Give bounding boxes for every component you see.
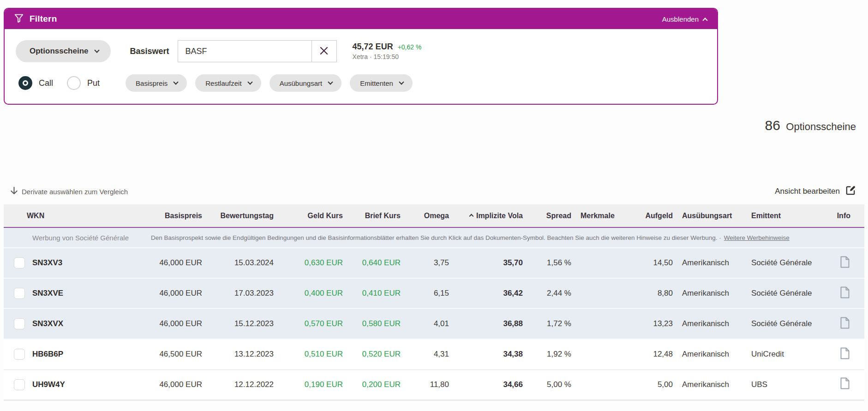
chevron-down-icon (94, 48, 99, 53)
col-header-brief-kurs[interactable]: Brief Kurs (343, 204, 401, 227)
quote-venue-time: Xetra · 15:19:50 (353, 53, 422, 61)
filter-pill-basispreis[interactable]: Basispreis (126, 74, 187, 92)
chevron-down-icon (174, 79, 179, 84)
cell-ausuebungsart: Amerikanisch (673, 339, 742, 369)
derivatives-table: WKN Basispreis Bewertungstag Geld Kurs B… (4, 204, 864, 401)
cell-geld-kurs: 0,630 EUR (274, 248, 343, 278)
col-header-geld-kurs[interactable]: Geld Kurs (274, 204, 343, 227)
cell-merkmale (571, 309, 627, 339)
cell-bewertungstag: 17.03.2023 (202, 278, 274, 309)
cell-bewertungstag: 12.12.2022 (202, 369, 274, 400)
compare-derivatives-label: Derivate auswählen zum Vergleich (22, 188, 128, 196)
cell-wkn[interactable]: UH9W4Y (27, 369, 119, 400)
radio-call-label: Call (39, 78, 53, 88)
ad-banner-row: Werbung von Société Générale Den Basispr… (4, 227, 864, 248)
filter-panel-title: Filtern (30, 14, 57, 24)
row-checkbox[interactable] (14, 288, 25, 299)
col-header-basispreis[interactable]: Basispreis (119, 204, 202, 227)
cell-bewertungstag: 13.12.2023 (202, 339, 274, 369)
col-header-spread[interactable]: Spread (523, 204, 571, 227)
col-header-bewertungstag[interactable]: Bewertungstag (202, 204, 274, 227)
cell-ausuebungsart: Amerikanisch (673, 369, 742, 400)
col-header-implizite-vola-label: Implizite Vola (476, 212, 523, 220)
col-header-implizite-vola[interactable]: Implizite Vola (449, 204, 523, 227)
hide-filters-button[interactable]: Ausblenden (662, 15, 707, 23)
edit-view-label: Ansicht bearbeiten (775, 187, 840, 196)
filter-pill-ausuebungsart[interactable]: Ausübungsart (269, 74, 342, 92)
cell-omega: 4,01 (401, 309, 449, 339)
cell-brief-kurs: 0,580 EUR (343, 309, 401, 339)
cell-ausuebungsart: Amerikanisch (673, 278, 742, 309)
document-icon[interactable] (840, 347, 850, 361)
row-checkbox[interactable] (14, 349, 25, 360)
cell-aufgeld: 8,80 (627, 278, 673, 309)
table-toolbar: Derivate auswählen zum Vergleich Ansicht… (0, 185, 868, 198)
basiswert-input[interactable] (178, 41, 311, 62)
radio-put-control[interactable] (67, 76, 81, 90)
col-header-merkmale[interactable]: Merkmale (571, 204, 627, 227)
cell-omega: 6,15 (401, 278, 449, 309)
ad-more-info-link[interactable]: Weitere Werbehinweise (724, 234, 790, 241)
col-header-ausuebungsart[interactable]: Ausübungsart (673, 204, 742, 227)
row-checkbox[interactable] (14, 379, 25, 390)
filter-pill-restlaufzeit[interactable]: Restlaufzeit (195, 74, 261, 92)
col-header-omega[interactable]: Omega (401, 204, 449, 227)
col-header-wkn[interactable]: WKN (27, 204, 119, 227)
filter-pill-emittenten[interactable]: Emittenten (350, 74, 413, 92)
cell-implizite-vola: 35,70 (449, 248, 523, 278)
row-checkbox[interactable] (14, 257, 25, 268)
cell-ausuebungsart: Amerikanisch (673, 248, 742, 278)
radio-option-call[interactable]: Call (18, 76, 53, 90)
chevron-down-icon (247, 79, 252, 84)
arrow-down-icon (10, 186, 18, 197)
cell-wkn[interactable]: SN3XVE (27, 278, 119, 309)
table-row: SN3XVX 46,000 EUR 15.12.2023 0,570 EUR 0… (4, 309, 864, 339)
radio-option-put[interactable]: Put (67, 76, 100, 90)
cell-ausuebungsart: Amerikanisch (673, 309, 742, 339)
radio-call-control[interactable] (18, 76, 32, 90)
instrument-type-dropdown[interactable]: Optionsscheine (16, 40, 111, 62)
table-header-row: WKN Basispreis Bewertungstag Geld Kurs B… (4, 204, 864, 227)
cell-emittent: Société Générale (742, 248, 827, 278)
pill-label: Ausübungsart (280, 79, 323, 87)
chevron-down-icon (399, 79, 404, 84)
table-row: SN3XVE 46,000 EUR 17.03.2023 0,400 EUR 0… (4, 278, 864, 309)
document-icon[interactable] (840, 377, 850, 391)
funnel-icon (14, 13, 24, 25)
cell-wkn[interactable]: HB6B6P (27, 339, 119, 369)
basiswert-label: Basiswert (130, 47, 169, 56)
cell-spread: 1,72 % (523, 309, 571, 339)
cell-omega: 3,75 (401, 248, 449, 278)
cell-aufgeld: 14,50 (627, 248, 673, 278)
cell-omega: 11,80 (401, 369, 449, 400)
col-header-info[interactable]: Info (827, 204, 864, 227)
cell-spread: 5,00 % (523, 369, 571, 400)
document-icon[interactable] (840, 286, 850, 300)
chevron-up-icon (702, 18, 707, 23)
cell-wkn[interactable]: SN3XVX (27, 309, 119, 339)
cell-merkmale (571, 339, 627, 369)
clear-input-button[interactable] (311, 41, 336, 62)
cell-wkn[interactable]: SN3XV3 (27, 248, 119, 278)
edit-view-button[interactable]: Ansicht bearbeiten (775, 185, 856, 198)
cell-spread: 1,92 % (523, 339, 571, 369)
col-header-emittent[interactable]: Emittent (742, 204, 827, 227)
result-count: 86 Optionsscheine (0, 118, 868, 133)
document-icon[interactable] (840, 317, 850, 330)
cell-merkmale (571, 248, 627, 278)
cell-geld-kurs: 0,190 EUR (274, 369, 343, 400)
col-header-aufgeld[interactable]: Aufgeld (627, 204, 673, 227)
radio-put-label: Put (87, 78, 100, 88)
compare-derivatives-button[interactable]: Derivate auswählen zum Vergleich (10, 186, 128, 197)
cell-geld-kurs: 0,570 EUR (274, 309, 343, 339)
sort-ascending-icon (469, 214, 473, 218)
cell-emittent: Société Générale (742, 309, 827, 339)
table-row: HB6B6P 46,500 EUR 13.12.2023 0,510 EUR 0… (4, 339, 864, 369)
cell-implizite-vola: 34,66 (449, 369, 523, 400)
document-icon[interactable] (840, 256, 850, 269)
chevron-down-icon (328, 79, 333, 84)
ad-source-label: Werbung von Société Générale (32, 234, 129, 242)
row-checkbox[interactable] (14, 318, 25, 329)
cell-emittent: UBS (742, 369, 827, 400)
hide-filters-label: Ausblenden (662, 15, 699, 23)
